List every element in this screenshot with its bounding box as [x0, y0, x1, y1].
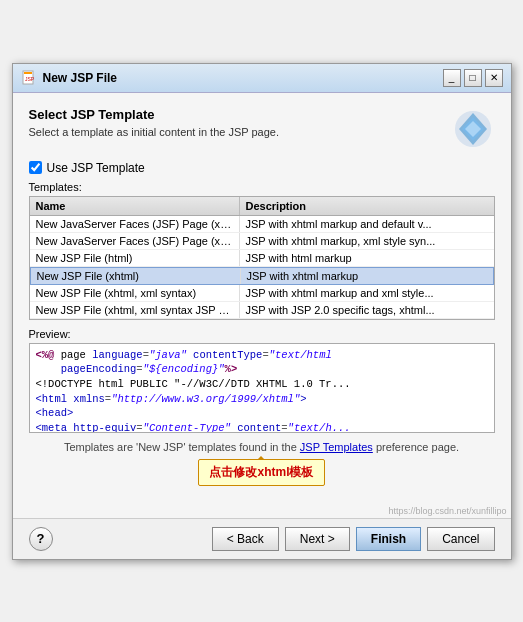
dialog: JSP New JSP File _ □ ✕ Select JSP Templa…	[12, 63, 512, 560]
table-row-selected[interactable]: New JSP File (xhtml) JSP with xhtml mark…	[30, 267, 494, 285]
finish-button[interactable]: Finish	[356, 527, 421, 551]
row-desc: JSP with html markup	[240, 250, 494, 266]
row-name: New JavaServer Faces (JSF) Page (xh...	[30, 233, 240, 249]
close-button[interactable]: ✕	[485, 69, 503, 87]
row-name: New JavaServer Faces (JSF) Page (xh...	[30, 216, 240, 232]
row-name: New JSP File (html)	[30, 250, 240, 266]
row-desc: JSP with xhtml markup and xml style...	[240, 285, 494, 301]
table-row[interactable]: New JSP File (html) JSP with html markup	[30, 250, 494, 267]
dialog-title: New JSP File	[43, 71, 117, 85]
table-row[interactable]: New JavaServer Faces (JSF) Page (xh... J…	[30, 233, 494, 250]
svg-text:JSP: JSP	[25, 76, 35, 82]
row-desc: JSP with xhtml markup and default v...	[240, 216, 494, 232]
tooltip-area: 点击修改xhtml模板	[29, 457, 495, 486]
templates-label: Templates:	[29, 181, 495, 193]
button-bar: ? < Back Next > Finish Cancel	[13, 518, 511, 559]
dialog-title-icon: JSP	[21, 70, 37, 86]
row-name: New JSP File (xhtml, xml syntax)	[30, 285, 240, 301]
cancel-button[interactable]: Cancel	[427, 527, 494, 551]
preview-label: Preview:	[29, 328, 495, 340]
use-template-checkbox-row: Use JSP Template	[29, 161, 495, 175]
table-row[interactable]: New JavaServer Faces (JSF) Page (xh... J…	[30, 216, 494, 233]
table-body: New JavaServer Faces (JSF) Page (xh... J…	[30, 216, 494, 319]
preview-content: <%@ page language="java" contentType="te…	[36, 348, 488, 433]
column-desc-header: Description	[240, 197, 494, 215]
use-template-label: Use JSP Template	[47, 161, 145, 175]
templates-table: Name Description New JavaServer Faces (J…	[29, 196, 495, 320]
maximize-button[interactable]: □	[464, 69, 482, 87]
preview-area: <%@ page language="java" contentType="te…	[29, 343, 495, 433]
use-template-checkbox[interactable]	[29, 161, 42, 174]
watermark: https://blog.csdn.net/xunfillipo	[13, 506, 511, 518]
row-name: New JSP File (xhtml)	[31, 268, 241, 284]
page-title: Select JSP Template	[29, 107, 451, 122]
help-button[interactable]: ?	[29, 527, 53, 551]
title-bar: JSP New JSP File _ □ ✕	[13, 64, 511, 93]
row-desc: JSP with JSP 2.0 specific tags, xhtml...	[240, 302, 494, 318]
table-row[interactable]: New JSP File (xhtml, xml syntax JSP 2...…	[30, 302, 494, 319]
content-area: Select JSP Template Select a template as…	[13, 93, 511, 506]
table-header: Name Description	[30, 197, 494, 216]
column-name-header: Name	[30, 197, 240, 215]
next-button[interactable]: Next >	[285, 527, 350, 551]
back-button[interactable]: < Back	[212, 527, 279, 551]
table-row[interactable]: New JSP File (xhtml, xml syntax) JSP wit…	[30, 285, 494, 302]
footer-text-after: preference page.	[373, 441, 459, 453]
tooltip-text: 点击修改xhtml模板	[209, 465, 313, 479]
jsp-templates-link[interactable]: JSP Templates	[300, 441, 373, 453]
svg-rect-1	[24, 72, 32, 74]
row-name: New JSP File (xhtml, xml syntax JSP 2...	[30, 302, 240, 318]
row-desc: JSP with xhtml markup	[241, 268, 493, 284]
eclipse-logo-icon	[451, 107, 495, 151]
page-description: Select a template as initial content in …	[29, 126, 451, 138]
minimize-button[interactable]: _	[443, 69, 461, 87]
tooltip-box: 点击修改xhtml模板	[198, 459, 324, 486]
row-desc: JSP with xhtml markup, xml style syn...	[240, 233, 494, 249]
